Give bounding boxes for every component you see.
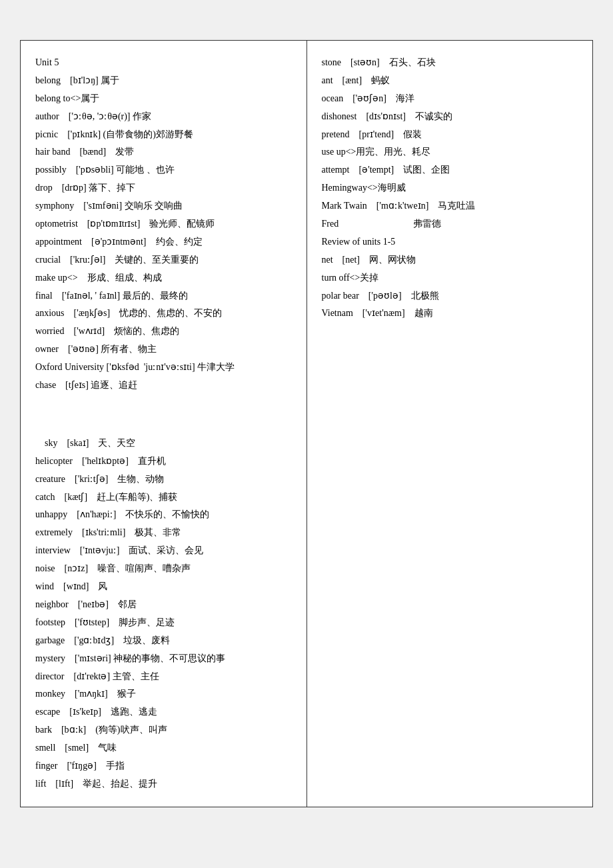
list-item: turn off<>关掉	[322, 269, 578, 287]
left-column: Unit 5belong [bɪ'lɔŋ] 属于belong to<>属于aut…	[21, 41, 307, 807]
spacer	[35, 395, 292, 435]
list-item: Unit 5	[35, 54, 292, 71]
list-item: extremely [ɪks'triːmli] 极其、非常	[35, 524, 292, 541]
list-item: lift [lɪft] 举起、抬起、提升	[35, 775, 292, 793]
page-container: Unit 5belong [bɪ'lɔŋ] 属于belong to<>属于aut…	[20, 40, 593, 807]
right-column: stone [stəʊn] 石头、石块ant [ænt] 蚂蚁ocean ['ə…	[307, 41, 593, 807]
list-item: make up<> 形成、组成、构成	[35, 269, 292, 287]
list-item: wind [wɪnd] 风	[35, 578, 292, 595]
list-item: sky [skaɪ] 天、天空	[35, 435, 292, 452]
list-item: dishonest [dɪs'ɒnɪst] 不诚实的	[322, 108, 578, 125]
list-item: director [dɪ'rektə] 主管、主任	[35, 668, 292, 685]
list-item: optometrist [ɒp'tɒmɪtrɪst] 验光师、配镜师	[35, 215, 292, 233]
list-item: ocean ['əʊʃən] 海洋	[322, 90, 578, 107]
list-item: interview ['ɪntəvjuː] 面试、采访、会见	[35, 542, 292, 559]
list-item: ant [ænt] 蚂蚁	[322, 72, 578, 89]
list-item: final ['faɪnəl, ' faɪnl] 最后的、最终的	[35, 287, 292, 305]
list-item: noise [nɔɪz] 噪音、喧闹声、嘈杂声	[35, 560, 292, 577]
list-item: drop [drɒp] 落下、掉下	[35, 179, 292, 197]
list-item: footstep ['fʊtstep] 脚步声、足迹	[35, 614, 292, 631]
list-item: finger ['fɪŋgə] 手指	[35, 757, 292, 775]
right-section-1: stone [stəʊn] 石头、石块ant [ænt] 蚂蚁ocean ['ə…	[322, 54, 578, 322]
list-item: unhappy [ʌn'hæpiː] 不快乐的、不愉快的	[35, 506, 292, 523]
list-item: catch [kætʃ] 赶上(车船等)、捕获	[35, 489, 292, 506]
list-item: bark [bɑːk] (狗等)吠声、叫声	[35, 721, 292, 739]
list-item: hair band [bænd] 发带	[35, 143, 292, 161]
list-item: Mark Twain ['mɑːk'tweɪn] 马克吐温	[322, 197, 578, 215]
list-item: picnic ['pɪknɪk] (自带食物的)郊游野餐	[35, 126, 292, 143]
left-section-2: sky [skaɪ] 天、天空helicopter ['helɪkɒptə] 直…	[35, 435, 292, 793]
list-item: owner ['əʊnə] 所有者、物主	[35, 341, 292, 358]
left-section-1: Unit 5belong [bɪ'lɔŋ] 属于belong to<>属于aut…	[35, 54, 292, 394]
list-item: helicopter ['helɪkɒptə] 直升机	[35, 453, 292, 470]
list-item: symphony ['sɪmfəni] 交响乐 交响曲	[35, 197, 292, 215]
list-item: belong [bɪ'lɔŋ] 属于	[35, 72, 292, 89]
list-item: appointment [ə'pɔɪntmənt] 约会、约定	[35, 233, 292, 251]
list-item: escape [ɪs'keɪp] 逃跑、逃走	[35, 703, 292, 721]
list-item: Review of units 1-5	[322, 233, 578, 251]
list-item: polar bear ['pəʊlə] 北极熊	[322, 287, 578, 305]
list-item: crucial ['kruːʃəl] 关键的、至关重要的	[35, 251, 292, 269]
list-item: pretend [prɪ'tend] 假装	[322, 126, 578, 143]
list-item: chase [tʃeɪs] 追逐、追赶	[35, 377, 292, 394]
list-item: smell [smel] 气味	[35, 739, 292, 757]
list-item: mystery ['mɪstəri] 神秘的事物、不可思议的事	[35, 650, 292, 667]
list-item: belong to<>属于	[35, 90, 292, 107]
list-item: neighbor ['neɪbə] 邻居	[35, 596, 292, 613]
list-item: stone [stəʊn] 石头、石块	[322, 54, 578, 71]
list-item: Oxford University ['ɒksfəd 'juːnɪ'vəːsɪt…	[35, 359, 292, 376]
list-item: Fred 弗雷德	[322, 215, 578, 233]
list-item: Vietnam ['vɪet'næm] 越南	[322, 305, 578, 322]
list-item: Hemingway<>海明威	[322, 179, 578, 197]
list-item: possibly ['pɒsəbli] 可能地 、也许	[35, 161, 292, 179]
list-item: net [net] 网、网状物	[322, 251, 578, 269]
list-item: anxious ['æŋkʃəs] 忧虑的、焦虑的、不安的	[35, 305, 292, 322]
list-item: monkey ['mʌŋkɪ] 猴子	[35, 685, 292, 703]
list-item: attempt [ə'tempt] 试图、企图	[322, 161, 578, 179]
list-item: use up<>用完、用光、耗尽	[322, 143, 578, 161]
list-item: creature ['kriːtʃə] 生物、动物	[35, 471, 292, 488]
list-item: author ['ɔːθə, 'ɔːθə(r)] 作家	[35, 108, 292, 125]
list-item: worried ['wʌrɪd] 烦恼的、焦虑的	[35, 323, 292, 340]
list-item: garbage ['gɑːbɪdʒ] 垃圾、废料	[35, 632, 292, 649]
